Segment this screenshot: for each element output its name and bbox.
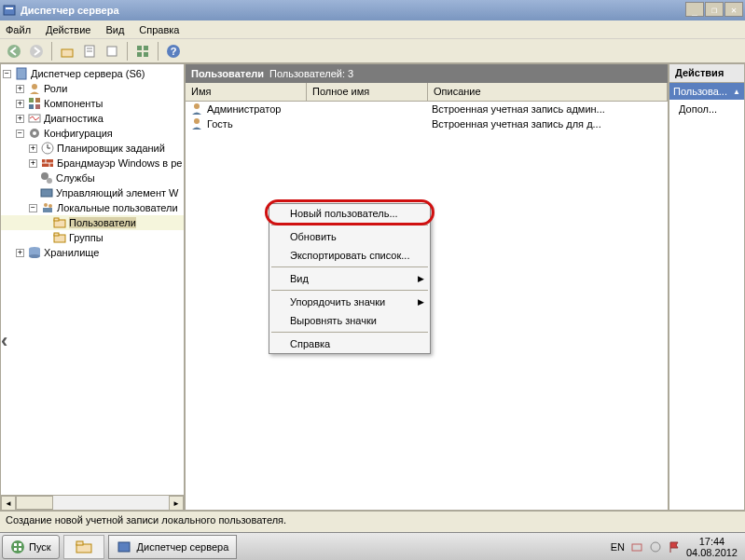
actions-section[interactable]: Пользова... ▲: [669, 83, 744, 100]
back-button[interactable]: [4, 41, 24, 61]
svg-rect-1: [6, 7, 13, 9]
tray-flag-icon[interactable]: [668, 540, 681, 553]
menu-action[interactable]: Действие: [46, 24, 90, 35]
tree-firewall[interactable]: + Брандмауэр Windows в ре: [1, 156, 184, 171]
collapse-icon[interactable]: −: [29, 204, 37, 212]
svg-point-32: [47, 178, 52, 184]
svg-rect-10: [144, 46, 148, 50]
col-name[interactable]: Имя: [186, 83, 307, 101]
column-headers: Имя Полное имя Описание: [186, 83, 668, 102]
menu-help[interactable]: Справка: [139, 24, 179, 35]
scroll-thumb[interactable]: [16, 496, 53, 510]
status-bar: Создание новой учетной записи локального…: [0, 511, 745, 527]
svg-rect-36: [43, 208, 52, 212]
expand-icon[interactable]: +: [16, 85, 24, 93]
tree-roles[interactable]: + Роли: [1, 81, 184, 96]
submenu-arrow-icon: ▶: [418, 297, 424, 307]
tree-scrollbar[interactable]: ◄ ►: [1, 495, 184, 510]
tree-wmi[interactable]: Управляющий элемент W: [1, 185, 184, 200]
toolbar: ?: [0, 39, 745, 63]
list-item[interactable]: Гость Встроенная учетная запись для д...: [186, 116, 668, 131]
window-titlebar: Диспетчер сервера _ ❐ ✕: [0, 0, 745, 20]
properties-button[interactable]: [79, 41, 100, 61]
menu-view[interactable]: Вид▶: [269, 269, 430, 288]
taskbar-explorer[interactable]: [63, 535, 104, 559]
menu-align[interactable]: Выровнять значки: [269, 311, 430, 330]
actions-more[interactable]: Допол...: [669, 100, 744, 118]
menu-arrange[interactable]: Упорядочить значки▶: [269, 293, 430, 311]
tree-diagnostics[interactable]: + Диагностика: [1, 111, 184, 126]
menu-refresh[interactable]: Обновить: [269, 227, 430, 246]
folder-icon: [52, 230, 67, 245]
user-icon: [189, 116, 204, 131]
svg-point-31: [41, 172, 48, 180]
svg-point-23: [33, 131, 36, 135]
window-title: Диспетчер сервера: [21, 5, 119, 16]
main-header: Пользователи Пользователей: 3: [186, 64, 668, 83]
tray-icon[interactable]: [649, 540, 662, 553]
export-button[interactable]: [102, 41, 122, 61]
language-indicator[interactable]: EN: [611, 541, 625, 553]
up-button[interactable]: [57, 41, 77, 61]
menu-view[interactable]: Вид: [105, 24, 124, 35]
app-icon: [117, 540, 131, 554]
collapse-icon[interactable]: −: [16, 130, 24, 138]
svg-rect-40: [54, 233, 59, 236]
wmi-icon: [39, 185, 54, 200]
tree-services[interactable]: Службы: [1, 171, 184, 185]
menu-file[interactable]: Файл: [6, 24, 31, 35]
col-desc[interactable]: Описание: [428, 83, 668, 101]
svg-rect-9: [137, 46, 142, 50]
menu-help[interactable]: Справка: [269, 335, 430, 353]
menu-new-user[interactable]: Новый пользователь...: [269, 204, 430, 223]
forward-button[interactable]: [26, 41, 47, 61]
svg-rect-53: [118, 542, 130, 552]
clock[interactable]: 17:44 04.08.2012: [686, 536, 738, 558]
close-button[interactable]: ✕: [724, 2, 743, 17]
expand-icon[interactable]: +: [29, 159, 37, 168]
svg-point-45: [194, 118, 200, 124]
svg-rect-50: [19, 548, 21, 551]
collapse-chevron-icon[interactable]: ‹: [1, 329, 7, 353]
tree-config[interactable]: − Конфигурация: [1, 126, 184, 141]
tree-storage[interactable]: + Хранилище: [1, 245, 184, 260]
tree-components[interactable]: + Компоненты: [1, 96, 184, 111]
svg-rect-4: [62, 49, 73, 57]
tree-root[interactable]: − Диспетчер сервера (S6): [1, 66, 184, 81]
collapse-icon[interactable]: −: [3, 70, 11, 78]
scroll-right-button[interactable]: ►: [169, 496, 184, 510]
expand-icon[interactable]: +: [16, 249, 24, 257]
start-button[interactable]: Пуск: [2, 535, 60, 559]
expand-icon[interactable]: +: [16, 100, 24, 108]
tree-localusers[interactable]: − Локальные пользователи: [1, 200, 184, 215]
tray-icon[interactable]: [630, 540, 643, 553]
svg-rect-54: [632, 544, 642, 551]
taskbar-app[interactable]: Диспетчер сервера: [108, 535, 238, 559]
expand-icon[interactable]: +: [16, 115, 24, 123]
col-fullname[interactable]: Полное имя: [307, 83, 428, 101]
svg-point-44: [194, 103, 200, 109]
start-icon: [10, 540, 25, 554]
triangle-up-icon: ▲: [733, 88, 740, 96]
menu-export[interactable]: Экспортировать список...: [269, 246, 430, 265]
maximize-button[interactable]: ❐: [705, 2, 724, 17]
taskbar: Пуск Диспетчер сервера EN 17:44 04.08.20…: [0, 532, 745, 560]
help-button[interactable]: ?: [163, 41, 184, 61]
tree-scheduler[interactable]: + Планировщик заданий: [1, 141, 184, 156]
scroll-left-button[interactable]: ◄: [1, 496, 16, 510]
localusers-icon: [40, 200, 55, 215]
svg-point-43: [29, 254, 40, 258]
main-count: Пользователей: 3: [269, 68, 353, 79]
expand-icon[interactable]: +: [29, 144, 37, 153]
refresh-button[interactable]: [132, 41, 153, 61]
svg-rect-19: [29, 104, 34, 109]
svg-rect-47: [14, 543, 17, 546]
svg-rect-33: [41, 189, 52, 197]
storage-icon: [27, 245, 42, 260]
tree-users[interactable]: Пользователи: [1, 215, 184, 230]
tree-groups[interactable]: Группы: [1, 230, 184, 245]
list-item[interactable]: Администратор Встроенная учетная запись …: [186, 102, 668, 116]
main-title: Пользователи: [191, 68, 264, 79]
svg-rect-17: [29, 98, 34, 102]
minimize-button[interactable]: _: [685, 2, 704, 17]
